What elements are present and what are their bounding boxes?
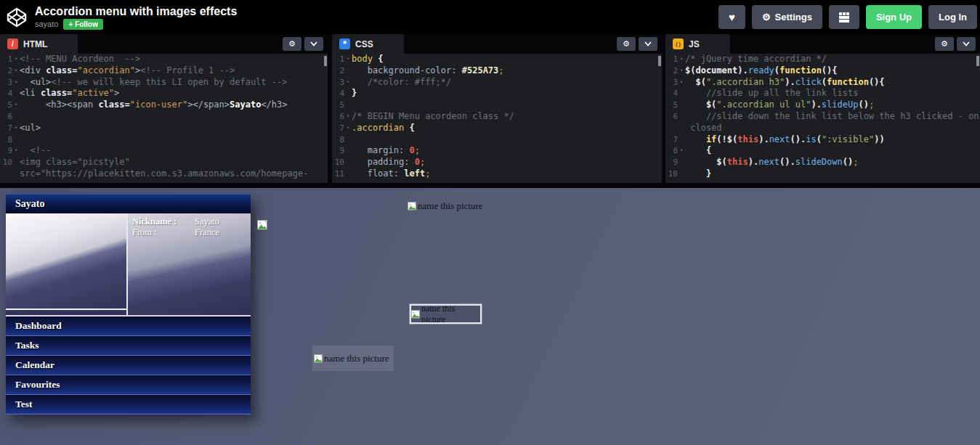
- code-line[interactable]: 7 if(!$(this).next().is(":visible")): [665, 134, 980, 146]
- layout-view-button[interactable]: [829, 5, 859, 29]
- menu-item-tasks[interactable]: Tasks: [6, 336, 251, 356]
- line-number: 5: [332, 99, 344, 111]
- code-line[interactable]: 4<li class="active">: [0, 88, 328, 99]
- code-line[interactable]: 11 float: left;: [332, 168, 662, 180]
- code-line[interactable]: 10 }: [665, 168, 980, 180]
- menu-item-favourites[interactable]: Favourites: [6, 375, 251, 395]
- code-line[interactable]: 5▾ <h3><span class="icon-user"></span>Sa…: [0, 99, 328, 111]
- line-number: 7: [332, 123, 344, 134]
- accordion-profile-header[interactable]: Sayato: [6, 194, 251, 213]
- fold-marker[interactable]: ▾: [344, 54, 352, 65]
- line-number: 5: [665, 99, 678, 111]
- fold-marker[interactable]: ▾: [12, 77, 20, 89]
- panel-collapse-button-js[interactable]: [957, 37, 976, 51]
- code-text: .accordian {: [352, 123, 415, 134]
- css-file-icon: *: [339, 38, 350, 49]
- code-line[interactable]: 4}: [332, 88, 662, 99]
- code-line[interactable]: 9 $(this).next().slideDown();: [665, 157, 980, 168]
- code-line[interactable]: 6▾/* BEGIN Menu acordeon class */: [332, 111, 662, 123]
- fold-marker[interactable]: ▾: [678, 77, 685, 89]
- panel-collapse-button-html[interactable]: [304, 37, 323, 51]
- code-line[interactable]: 6: [0, 111, 328, 123]
- code-line[interactable]: 8▾ {: [665, 145, 980, 157]
- codepen-logo-icon[interactable]: [6, 7, 28, 28]
- fold-marker[interactable]: ▾: [678, 54, 685, 65]
- fold-marker[interactable]: ▾: [344, 123, 352, 134]
- tab-css[interactable]: *CSS: [332, 34, 404, 54]
- code-editor-js[interactable]: 1▾/* jQuery time accordian */2▾$(documen…: [665, 54, 980, 183]
- code-text: $(".accordian ul ul").slideUp();: [685, 99, 874, 111]
- profile-label: From :: [132, 227, 195, 238]
- code-line[interactable]: 1▾body {: [332, 54, 662, 65]
- code-line[interactable]: 2▾$(document).ready(function(){: [665, 65, 980, 77]
- profile-info: Nickname :SayatoFrom :France: [126, 213, 251, 315]
- code-line[interactable]: 4 //slide up all the link lists: [665, 88, 980, 99]
- login-button[interactable]: Log In: [928, 5, 977, 29]
- menu-item-dashboard[interactable]: Dashboard: [6, 317, 251, 336]
- follow-button[interactable]: + Follow: [63, 19, 102, 30]
- code-line[interactable]: 8: [0, 134, 328, 146]
- line-number: 6: [332, 111, 344, 123]
- panel-settings-button-html[interactable]: ⚙: [283, 37, 301, 51]
- code-text: /*color: #fff;*/: [352, 77, 451, 89]
- scrollbar-thumb[interactable]: [324, 56, 327, 66]
- fold-marker: [344, 99, 352, 111]
- tab-html[interactable]: /HTML: [0, 34, 78, 54]
- fold-marker[interactable]: ▾: [678, 65, 685, 77]
- code-line[interactable]: src="https://placekitten.com.s3.amazonaw…: [0, 168, 328, 180]
- code-text: //slide down the link list below the h3 …: [685, 111, 980, 123]
- line-number: [665, 123, 678, 134]
- code-line[interactable]: 2▾<div class="accordian"><!-- Profile 1 …: [0, 65, 328, 77]
- code-line[interactable]: 9 margin: 0;: [332, 145, 662, 157]
- signup-button[interactable]: Sign Up: [866, 5, 922, 29]
- code-editor-css[interactable]: 1▾body {2 background-color: #525A73;3▾ /…: [332, 54, 662, 183]
- scrollbar-thumb[interactable]: [976, 56, 979, 66]
- fold-marker[interactable]: ▾: [12, 99, 20, 111]
- code-line[interactable]: 5: [332, 99, 662, 111]
- code-line[interactable]: 7▾<ul>: [0, 123, 328, 134]
- menu-item-test[interactable]: Test: [6, 395, 251, 415]
- code-line[interactable]: 1▾<!-- MENU Acordeon -->: [0, 54, 328, 65]
- code-line[interactable]: 6 //slide down the link list below the h…: [665, 111, 980, 123]
- menu-item-calendar[interactable]: Calendar: [6, 356, 251, 375]
- code-line[interactable]: 3▾ <ul><!-- we will keep this LI open by…: [0, 77, 328, 89]
- line-number: 4: [332, 88, 344, 99]
- scrollbar-thumb[interactable]: [658, 56, 661, 66]
- tab-js[interactable]: ( )JS: [665, 34, 730, 54]
- code-line[interactable]: 9▾ <!--: [0, 145, 328, 157]
- code-editor-html[interactable]: 1▾<!-- MENU Acordeon -->2▾<div class="ac…: [0, 54, 328, 183]
- broken-image-alt-text: name this picture: [418, 200, 483, 212]
- html-file-icon: /: [7, 38, 18, 49]
- fold-marker[interactable]: ▾: [678, 145, 685, 157]
- code-line[interactable]: closed: [665, 123, 980, 134]
- code-line[interactable]: 10 padding: 0;: [332, 157, 662, 168]
- settings-button[interactable]: ⚙ Settings: [752, 5, 822, 29]
- fold-marker[interactable]: ▾: [344, 77, 352, 89]
- code-line[interactable]: 1▾/* jQuery time accordian */: [665, 54, 980, 65]
- code-text: <h3><span class="icon-user"></span>Sayat…: [20, 99, 288, 111]
- panel-settings-button-css[interactable]: ⚙: [617, 37, 636, 51]
- fold-marker[interactable]: ▾: [12, 65, 20, 77]
- code-text: background-color: #525A73;: [352, 65, 504, 77]
- code-line[interactable]: 10<img class="picstyle": [0, 157, 328, 168]
- heart-button[interactable]: ♥: [718, 5, 745, 29]
- line-number: 4: [0, 88, 12, 99]
- fold-marker[interactable]: ▾: [12, 123, 20, 134]
- fold-marker[interactable]: ▾: [12, 54, 20, 65]
- code-line[interactable]: 5 $(".accordian ul ul").slideUp();: [665, 99, 980, 111]
- code-line[interactable]: 7▾.accordian {: [332, 123, 662, 134]
- code-line[interactable]: 3▾ /*color: #fff;*/: [332, 77, 662, 89]
- panel-collapse-button-css[interactable]: [639, 37, 657, 51]
- code-line[interactable]: 8: [332, 134, 662, 146]
- fold-marker[interactable]: ▾: [344, 111, 352, 123]
- broken-image-icon: [408, 202, 417, 211]
- code-line[interactable]: 3▾ $(".accordian h3").click(function(){: [665, 77, 980, 89]
- code-line[interactable]: 2 background-color: #525A73;: [332, 65, 662, 77]
- panel-settings-button-js[interactable]: ⚙: [935, 37, 954, 51]
- line-number: 7: [0, 123, 12, 134]
- line-number: 9: [665, 157, 678, 168]
- pen-author[interactable]: sayato: [35, 20, 58, 28]
- fold-marker[interactable]: ▾: [12, 145, 20, 157]
- header-actions: ♥ ⚙ Settings Sign Up Log In: [718, 5, 980, 29]
- panel-buttons-js: ⚙: [935, 37, 976, 51]
